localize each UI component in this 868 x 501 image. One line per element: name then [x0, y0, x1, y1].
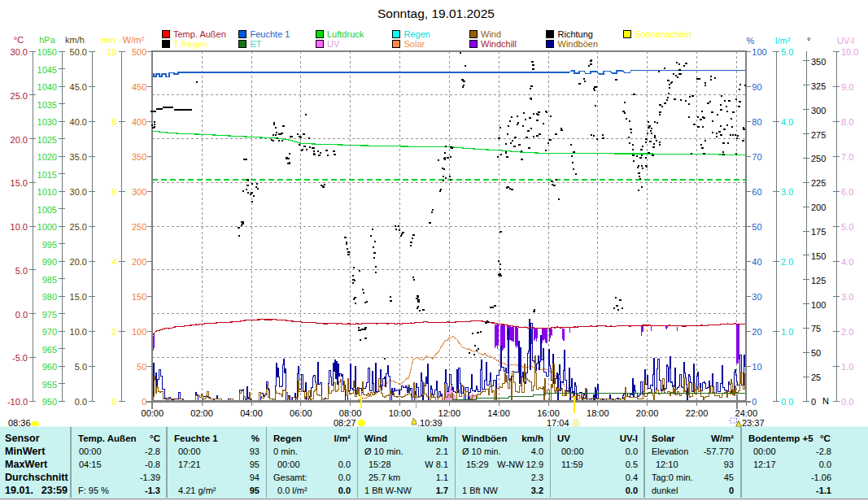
svg-text:500: 500: [132, 47, 146, 57]
svg-text:Richtung: Richtung: [558, 29, 593, 39]
svg-text:150: 150: [811, 251, 826, 261]
svg-text:1.0: 1.0: [781, 327, 793, 337]
svg-text:3.0: 3.0: [781, 187, 793, 197]
svg-text:150: 150: [132, 292, 146, 302]
svg-text:km/h: km/h: [65, 35, 85, 45]
svg-text:0.0 l/m²: 0.0 l/m²: [277, 486, 308, 495]
svg-text:0.5: 0.5: [626, 460, 638, 469]
svg-text:°: °: [807, 36, 810, 46]
svg-text:UV: UV: [557, 433, 570, 443]
svg-text:4.0: 4.0: [531, 447, 543, 456]
svg-text:975: 975: [42, 310, 57, 320]
svg-text:15:28: 15:28: [369, 460, 391, 469]
svg-text:50: 50: [137, 362, 146, 372]
svg-text:-10.0: -10.0: [7, 397, 28, 407]
svg-text:990: 990: [42, 257, 57, 267]
svg-text:Windböen: Windböen: [462, 433, 507, 443]
svg-text:08:36: 08:36: [8, 418, 31, 428]
svg-text:4.0: 4.0: [841, 257, 853, 267]
svg-text:2.1: 2.1: [436, 447, 448, 456]
svg-text:T Regen: T Regen: [173, 39, 207, 49]
svg-text:Gesamt:: Gesamt:: [273, 473, 308, 482]
svg-text:17:21: 17:21: [178, 460, 201, 469]
svg-text:2.0: 2.0: [841, 327, 853, 337]
svg-text:F: 95 %: F: 95 %: [78, 486, 109, 495]
svg-text:995: 995: [42, 240, 57, 250]
svg-text:22:00: 22:00: [686, 408, 709, 418]
svg-text:95: 95: [250, 460, 260, 469]
svg-text:1035: 1035: [37, 100, 57, 110]
svg-text:l/m²: l/m²: [775, 36, 791, 46]
svg-text:16:00: 16:00: [537, 408, 560, 418]
svg-text:l/m²: l/m²: [334, 433, 351, 443]
svg-text:4.21 g/m²: 4.21 g/m²: [178, 486, 216, 495]
svg-text:1030: 1030: [37, 117, 57, 127]
svg-text:45.0: 45.0: [70, 82, 87, 92]
svg-text:40.0: 40.0: [70, 117, 87, 127]
svg-text:10.0: 10.0: [70, 327, 87, 337]
svg-text:1010: 1010: [37, 187, 57, 197]
svg-text:25.7 km: 25.7 km: [369, 473, 400, 482]
svg-text:15.0: 15.0: [70, 292, 87, 302]
svg-text:0.0: 0.0: [75, 397, 87, 407]
svg-text:Luftdruck: Luftdruck: [327, 29, 364, 39]
svg-text:-1.3: -1.3: [145, 486, 160, 495]
svg-text:0.0: 0.0: [626, 486, 638, 495]
svg-text:0: 0: [111, 397, 116, 407]
svg-text:1040: 1040: [37, 82, 57, 92]
svg-text:UV-I: UV-I: [620, 433, 638, 443]
svg-text:4.0: 4.0: [781, 117, 793, 127]
svg-text:12:10: 12:10: [656, 460, 678, 469]
svg-text:100: 100: [811, 300, 826, 310]
svg-text:Sensor: Sensor: [5, 433, 40, 444]
svg-text:955: 955: [42, 380, 57, 390]
svg-text:Sonnenschein: Sonnenschein: [635, 29, 691, 39]
svg-text:W 8.1: W 8.1: [425, 460, 448, 469]
svg-text:-1.39: -1.39: [140, 473, 160, 482]
svg-text:0.0: 0.0: [338, 486, 351, 495]
svg-text:970: 970: [42, 327, 57, 337]
svg-text:.10:39: .10:39: [417, 418, 443, 428]
svg-text:Ø 10 min.: Ø 10 min.: [462, 447, 501, 456]
svg-text:19.01. 23:59: 19.01. 23:59: [5, 485, 68, 496]
svg-text:35.0: 35.0: [70, 152, 87, 162]
svg-text:985: 985: [42, 275, 57, 285]
svg-text:9.0: 9.0: [841, 82, 853, 92]
svg-text:20:00: 20:00: [636, 408, 659, 418]
svg-text:%: %: [747, 36, 755, 46]
svg-text:°C: °C: [14, 35, 24, 45]
svg-text:3.0: 3.0: [841, 292, 853, 302]
svg-text:Temp. Außen: Temp. Außen: [173, 29, 226, 39]
svg-text:1 Bft NW: 1 Bft NW: [462, 486, 499, 495]
svg-text:Sonntag, 19.01.2025: Sonntag, 19.01.2025: [377, 7, 495, 20]
svg-text:2.0: 2.0: [781, 257, 793, 267]
svg-text:60: 60: [752, 187, 761, 197]
svg-text:1050: 1050: [37, 47, 57, 57]
svg-text:00:00: 00:00: [561, 447, 584, 456]
svg-text:95: 95: [250, 486, 260, 495]
svg-text:400: 400: [132, 117, 146, 127]
svg-text:4: 4: [111, 257, 116, 267]
svg-text:325: 325: [811, 81, 826, 91]
svg-text:0.0: 0.0: [841, 397, 853, 407]
svg-text:Bodentemp +5: Bodentemp +5: [748, 433, 813, 443]
svg-text:hPa: hPa: [39, 35, 55, 45]
svg-text:N: N: [822, 396, 829, 406]
svg-text:-57.770: -57.770: [704, 447, 734, 456]
svg-text:02:00: 02:00: [190, 408, 213, 418]
svg-text:23:37: 23:37: [742, 418, 765, 428]
svg-text:04:15: 04:15: [79, 460, 102, 469]
svg-text:Temp. Außen: Temp. Außen: [78, 433, 137, 443]
svg-text:225: 225: [811, 178, 826, 188]
svg-text:10: 10: [107, 47, 116, 57]
svg-text:04:00: 04:00: [240, 408, 263, 418]
svg-text:5.0: 5.0: [15, 266, 28, 276]
svg-text:5.0: 5.0: [841, 222, 853, 232]
svg-text:12:00: 12:00: [438, 408, 461, 418]
svg-text:1025: 1025: [37, 135, 57, 145]
svg-text:30.0: 30.0: [11, 47, 28, 57]
svg-text:0.0: 0.0: [626, 447, 638, 456]
svg-text:10: 10: [752, 362, 761, 372]
svg-text:Tag:0 min.: Tag:0 min.: [652, 473, 693, 482]
svg-text:10.0: 10.0: [841, 47, 858, 57]
